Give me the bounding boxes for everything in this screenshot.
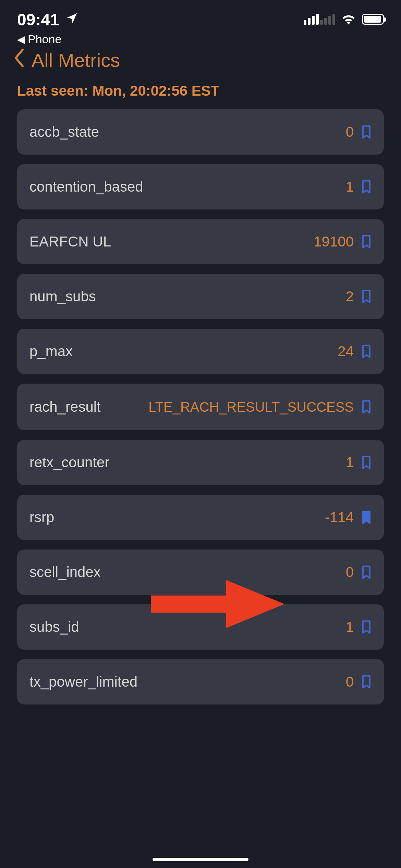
- metric-name-label: scell_index: [29, 564, 101, 580]
- metric-value: -114: [325, 509, 354, 526]
- metric-value: 1: [346, 619, 354, 635]
- cellular-signal-icon: [304, 14, 335, 25]
- metric-row[interactable]: retx_counter1: [17, 440, 384, 485]
- metric-name-label: contention_based: [29, 179, 143, 195]
- metric-name-label: num_subs: [29, 288, 96, 305]
- metric-right-group: LTE_RACH_RESULT_SUCCESS: [109, 398, 372, 416]
- battery-icon: [362, 14, 384, 25]
- chevron-back-icon: [14, 48, 25, 72]
- metric-right-group: 0: [146, 674, 372, 690]
- bookmark-icon[interactable]: [361, 510, 372, 525]
- metric-name-label: accb_state: [29, 124, 99, 140]
- metric-right-group: 1: [151, 179, 372, 195]
- metric-right-group: 2: [104, 288, 372, 305]
- metric-value: 24: [338, 343, 354, 360]
- location-icon: [65, 12, 78, 28]
- wifi-icon: [341, 14, 356, 25]
- metric-row[interactable]: subs_id1: [17, 604, 384, 650]
- back-to-app-button[interactable]: ◀ Phone: [17, 33, 78, 46]
- bookmark-icon[interactable]: [361, 565, 372, 579]
- metric-name-label: subs_id: [29, 619, 79, 635]
- metric-right-group: 0: [107, 124, 372, 140]
- metric-right-group: 24: [81, 343, 372, 360]
- status-left: 09:41 ◀ Phone: [17, 10, 78, 46]
- metric-name-label: tx_power_limited: [29, 674, 137, 690]
- metric-value: 19100: [314, 233, 354, 250]
- metric-row[interactable]: contention_based1: [17, 164, 384, 209]
- home-indicator[interactable]: [153, 858, 248, 861]
- status-right: [304, 10, 384, 25]
- bookmark-icon[interactable]: [361, 675, 372, 689]
- bookmark-icon[interactable]: [361, 234, 372, 249]
- metric-row[interactable]: rsrp-114: [17, 495, 384, 540]
- last-seen-label: Last seen: Mon, 20:02:56 EST: [0, 79, 401, 109]
- bookmark-icon[interactable]: [361, 180, 372, 194]
- bookmark-icon[interactable]: [361, 289, 372, 304]
- back-caret-icon: ◀: [17, 33, 25, 45]
- metric-right-group: 1: [87, 619, 372, 635]
- bookmark-icon[interactable]: [361, 620, 372, 634]
- metric-name-label: EARFCN UL: [29, 233, 111, 250]
- bookmark-icon[interactable]: [361, 344, 372, 359]
- metric-row[interactable]: num_subs2: [17, 274, 384, 319]
- page-title: All Metrics: [32, 49, 120, 71]
- back-app-label: Phone: [28, 33, 61, 46]
- metric-row[interactable]: accb_state0: [17, 109, 384, 155]
- metric-value: 1: [346, 179, 354, 195]
- metric-name-label: rsrp: [29, 509, 54, 526]
- metric-row[interactable]: EARFCN UL19100: [17, 219, 384, 264]
- metric-value: LTE_RACH_RESULT_SUCCESS: [148, 398, 354, 416]
- metric-value: 0: [346, 124, 354, 140]
- metric-value: 0: [346, 674, 354, 690]
- metric-value: 2: [346, 288, 354, 305]
- metric-name-label: p_max: [29, 343, 73, 360]
- metric-row[interactable]: rach_resultLTE_RACH_RESULT_SUCCESS: [17, 384, 384, 430]
- bookmark-icon[interactable]: [361, 455, 372, 470]
- metric-name-label: retx_counter: [29, 454, 109, 471]
- metric-row[interactable]: scell_index0: [17, 550, 384, 595]
- metric-name-label: rach_result: [29, 399, 101, 415]
- metric-right-group: -114: [62, 509, 372, 526]
- metric-row[interactable]: p_max24: [17, 329, 384, 374]
- metrics-list: accb_state0contention_based1EARFCN UL191…: [0, 109, 401, 704]
- bookmark-icon[interactable]: [361, 125, 372, 139]
- metric-right-group: 19100: [119, 233, 372, 250]
- status-time: 09:41: [17, 10, 59, 29]
- status-bar: 09:41 ◀ Phone: [0, 0, 401, 38]
- metric-value: 0: [346, 564, 354, 580]
- metric-row[interactable]: tx_power_limited0: [17, 659, 384, 704]
- metric-value: 1: [346, 454, 354, 471]
- metric-right-group: 1: [118, 454, 372, 471]
- bookmark-icon[interactable]: [361, 400, 372, 414]
- metric-right-group: 0: [109, 564, 372, 580]
